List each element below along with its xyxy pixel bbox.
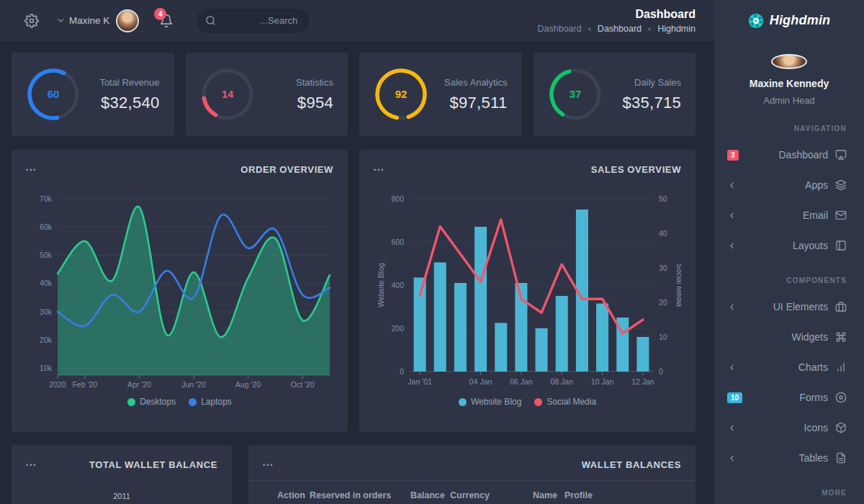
chevron-down-icon <box>56 16 69 25</box>
svg-text:60k: 60k <box>40 222 53 231</box>
breadcrumb-item[interactable]: Dashboard <box>538 24 582 34</box>
svg-text:20k: 20k <box>40 336 53 344</box>
svg-text:Social Media: Social Media <box>675 264 681 307</box>
svg-text:40k: 40k <box>40 279 53 287</box>
breadcrumb-item[interactable]: Highdmin <box>657 24 696 34</box>
nav-badge: 3 <box>727 150 739 161</box>
legend-item[interactable]: Website Blog <box>459 397 521 407</box>
sidebar-item-label: Icons <box>804 422 828 433</box>
card-head: ••• WALLET BALANCES <box>263 459 681 470</box>
stat-value: $35,715 <box>622 94 681 112</box>
stat-card: 37Daily Sales$35,715 <box>534 53 696 136</box>
nav-badge: 10 <box>727 392 742 403</box>
svg-text:12 Jan: 12 Jan <box>631 377 654 386</box>
legend-dot <box>127 398 135 406</box>
legend-item[interactable]: Social Media <box>534 397 596 407</box>
notifications-bell[interactable]: 4 <box>159 14 174 28</box>
sidebar-item-forms[interactable]: 10Forms <box>714 382 864 413</box>
command-icon <box>835 331 847 343</box>
breadcrumb-separator: ‹ <box>648 24 651 34</box>
sidebar-item-ui-elements[interactable]: UI Elements <box>714 292 864 322</box>
brand-name: Highdmin <box>770 13 831 28</box>
sidebar-item-label: Tables <box>799 452 828 464</box>
table-column-header: Action <box>277 490 310 500</box>
total-wallet-balance-card: ••• TOTAL WALLET BALANCE 2011 <box>12 445 232 504</box>
sidebar-item-apps[interactable]: Apps <box>714 170 864 200</box>
sidebar-item-email[interactable]: Email <box>714 200 864 230</box>
search-bar <box>197 9 309 33</box>
legend-dot <box>534 398 542 406</box>
svg-text:800: 800 <box>391 194 404 203</box>
sidebar-item-label: Dashboard <box>779 149 829 161</box>
svg-text:Apr '20: Apr '20 <box>127 380 151 389</box>
divider <box>248 480 696 481</box>
sidebar-item-charts[interactable]: Charts <box>714 352 864 382</box>
highdmin-logo-icon <box>748 13 764 29</box>
svg-text:10k: 10k <box>40 364 53 372</box>
sidebar-item-label: Forms <box>799 392 828 403</box>
svg-text:40: 40 <box>659 229 667 238</box>
card-menu-icon[interactable]: ••• <box>26 166 37 174</box>
sidebar-item-label: Widgets <box>791 331 828 343</box>
legend-dot <box>189 398 197 406</box>
sidebar-item-label: Charts <box>798 361 828 373</box>
svg-text:Jun '20: Jun '20 <box>181 380 206 389</box>
card-head: ••• SALES OVERVIEW <box>374 164 681 175</box>
order-overview-legend: DesktopsLaptops <box>26 397 333 407</box>
svg-text:10: 10 <box>659 333 667 341</box>
card-menu-icon[interactable]: ••• <box>263 462 274 469</box>
legend-label: Social Media <box>546 397 596 407</box>
disc-icon <box>835 392 847 403</box>
total-wallet-balance-title: TOTAL WALLET BALANCE <box>89 459 217 470</box>
legend-item[interactable]: Desktops <box>127 397 176 407</box>
legend-item[interactable]: Laptops <box>189 397 232 407</box>
svg-text:08 Jan: 08 Jan <box>550 377 573 386</box>
card-menu-icon[interactable]: ••• <box>374 166 384 174</box>
svg-text:Oct '20: Oct '20 <box>291 380 315 389</box>
sales-overview-title: SALES OVERVIEW <box>591 164 681 175</box>
sidebar-item-icons[interactable]: Icons <box>714 413 864 443</box>
sidebar-item-tables[interactable]: Tables <box>714 443 864 473</box>
svg-text:Website Blog: Website Blog <box>377 263 385 307</box>
svg-text:50: 50 <box>659 194 667 203</box>
sidebar-item-dashboard[interactable]: 3Dashboard <box>714 140 864 170</box>
sidebar: Highdmin Maxine Kennedy Admin Head NAVIG… <box>714 0 864 504</box>
file-text-icon <box>835 452 847 464</box>
gauge-chart: 37 <box>548 67 603 122</box>
legend-label: Desktops <box>140 397 176 407</box>
chevron-left-icon <box>727 454 744 463</box>
stat-card: 60Total Revenue$32,540 <box>12 53 174 136</box>
breadcrumb-separator: ‹ <box>588 24 591 34</box>
table-column-header: Name <box>533 490 564 500</box>
search-icon <box>205 15 216 29</box>
section-label-more: MORE <box>714 489 864 497</box>
stat-label: Sales Analytics <box>444 77 507 88</box>
sidebar-item-label: Email <box>803 210 828 221</box>
sidebar-logo[interactable]: Highdmin <box>714 0 864 41</box>
settings-gear-icon[interactable] <box>24 14 39 28</box>
user-avatar[interactable] <box>116 9 139 32</box>
bar-chart-icon <box>835 361 847 373</box>
chevron-left-icon <box>727 423 744 433</box>
user-name: Maxine K <box>69 15 109 26</box>
svg-text:06 Jan: 06 Jan <box>510 377 533 386</box>
sidebar-item-layouts[interactable]: Layouts <box>714 230 864 261</box>
stat-info: Statistics$954 <box>296 77 333 112</box>
gauge-chart: 92 <box>374 67 428 122</box>
sidebar-item-widgets[interactable]: Widgets <box>714 322 864 352</box>
stat-value: $97,511 <box>444 94 507 112</box>
sidebar-item-label: Apps <box>805 179 828 191</box>
card-menu-icon[interactable]: ••• <box>26 462 37 469</box>
svg-text:20: 20 <box>659 298 667 307</box>
svg-text:70k: 70k <box>40 194 53 203</box>
layout-icon <box>835 240 847 251</box>
legend-dot <box>459 398 467 406</box>
sidebar-item-label: UI Elements <box>773 301 828 312</box>
svg-text:Aug '20: Aug '20 <box>235 380 261 389</box>
layers-icon <box>835 179 847 191</box>
legend-label: Website Blog <box>471 397 521 407</box>
breadcrumb-item[interactable]: Dashboard <box>598 24 642 34</box>
table-column-header: Currency <box>450 490 533 500</box>
svg-text:2020: 2020 <box>49 380 66 389</box>
user-menu[interactable]: Maxine K <box>56 9 139 32</box>
